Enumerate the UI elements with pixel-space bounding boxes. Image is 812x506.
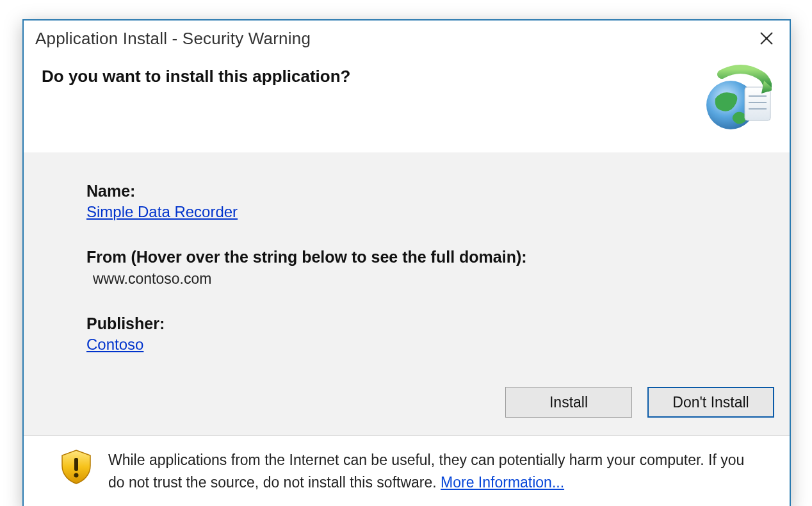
name-label: Name: [86,182,775,200]
publisher-field: Publisher: Contoso [86,314,775,354]
globe-download-icon [702,64,772,133]
from-domain: www.contoso.com [93,270,775,288]
dialog-window: Application Install - Security Warning D… [22,19,791,506]
name-field: Name: Simple Data Recorder [86,182,775,221]
svg-rect-8 [74,458,78,471]
install-prompt: Do you want to install this application? [42,67,350,86]
dialog-body: Name: Simple Data Recorder From (Hover o… [24,152,790,436]
window-title: Application Install - Security Warning [35,29,311,49]
application-name-link[interactable]: Simple Data Recorder [86,203,238,221]
footer-area: While applications from the Internet can… [24,436,790,506]
publisher-label: Publisher: [86,314,775,333]
header-area: Do you want to install this application? [24,50,790,152]
dont-install-button[interactable]: Don't Install [647,387,774,418]
close-icon [759,31,774,46]
from-field: From (Hover over the string below to see… [86,248,775,288]
more-information-link[interactable]: More Information... [441,474,564,491]
publisher-link[interactable]: Contoso [86,336,143,354]
footer-message: While applications from the Internet can… [108,452,744,491]
install-button[interactable]: Install [505,387,632,418]
footer-text: While applications from the Internet can… [108,449,755,493]
svg-rect-3 [745,87,770,120]
shield-warning-icon [60,449,93,485]
button-row: Install Don't Install [86,387,775,418]
svg-point-9 [74,473,79,478]
close-button[interactable] [755,27,778,50]
from-label: From (Hover over the string below to see… [86,248,527,266]
titlebar: Application Install - Security Warning [24,20,790,50]
